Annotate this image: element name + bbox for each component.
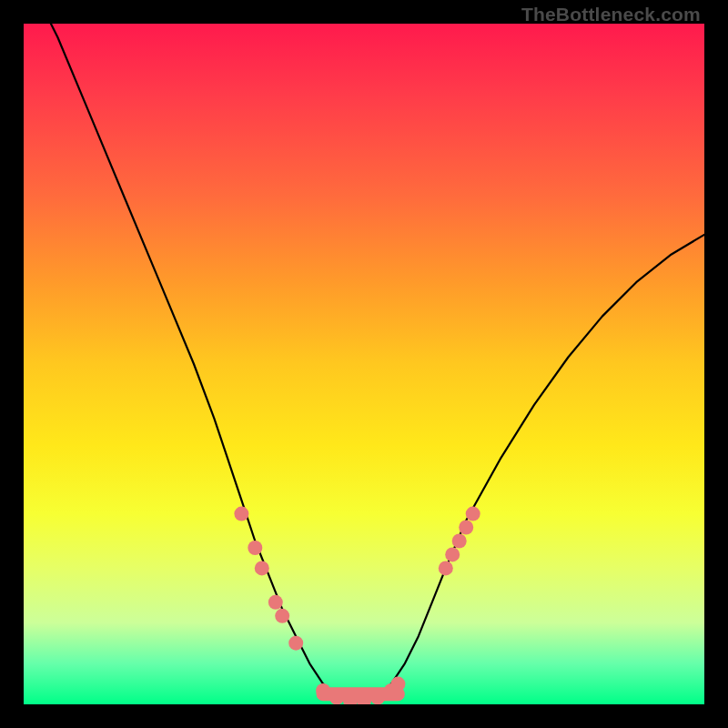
- curve-marker: [439, 561, 453, 575]
- curve-marker: [452, 534, 467, 549]
- axis-bottom: [24, 704, 704, 728]
- curve-marker: [466, 507, 480, 521]
- plot-area: [24, 24, 704, 704]
- curve-marker: [234, 507, 248, 521]
- curve-marker: [268, 595, 283, 610]
- curve-marker: [248, 541, 262, 555]
- chart-frame: TheBottleneck.com: [0, 0, 728, 728]
- curve-marker: [459, 521, 473, 535]
- curve-marker: [288, 636, 303, 651]
- curve-marker: [255, 561, 269, 575]
- axis-left: [0, 24, 24, 704]
- curve-marker: [275, 609, 289, 623]
- watermark-text: TheBottleneck.com: [521, 4, 701, 25]
- curve-marker: [445, 547, 460, 561]
- bottleneck-curve: [24, 24, 704, 704]
